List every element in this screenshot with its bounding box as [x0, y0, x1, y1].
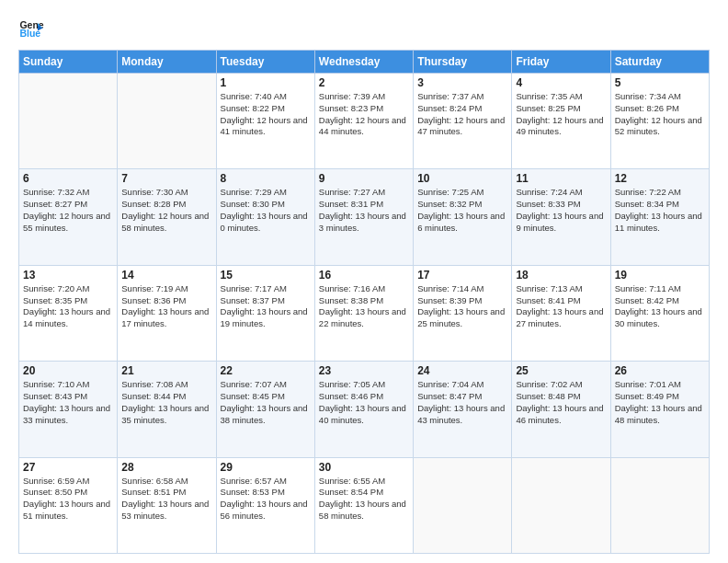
calendar-cell: 13Sunrise: 7:20 AMSunset: 8:35 PMDayligh… [19, 265, 118, 361]
calendar-cell: 5Sunrise: 7:34 AMSunset: 8:26 PMDaylight… [610, 74, 709, 169]
calendar-cell: 21Sunrise: 7:08 AMSunset: 8:44 PMDayligh… [118, 362, 216, 457]
day-number: 23 [319, 364, 409, 377]
calendar-day-header: Friday [512, 51, 610, 74]
calendar-week-row: 13Sunrise: 7:20 AMSunset: 8:35 PMDayligh… [19, 265, 710, 361]
day-info: Sunrise: 7:35 AMSunset: 8:25 PMDaylight:… [516, 91, 606, 138]
calendar-cell: 1Sunrise: 7:40 AMSunset: 8:22 PMDaylight… [216, 74, 314, 169]
day-number: 14 [121, 269, 211, 282]
calendar-cell: 8Sunrise: 7:29 AMSunset: 8:30 PMDaylight… [216, 169, 314, 265]
day-info: Sunrise: 6:58 AMSunset: 8:51 PMDaylight:… [121, 476, 211, 523]
day-number: 21 [121, 364, 211, 377]
day-info: Sunrise: 7:37 AMSunset: 8:24 PMDaylight:… [417, 91, 507, 138]
calendar-day-header: Monday [118, 51, 216, 74]
day-number: 19 [615, 269, 705, 282]
day-info: Sunrise: 7:01 AMSunset: 8:49 PMDaylight:… [615, 379, 705, 426]
day-number: 3 [417, 76, 507, 89]
day-number: 1 [221, 76, 311, 89]
calendar-header-row: SundayMondayTuesdayWednesdayThursdayFrid… [19, 51, 710, 74]
day-number: 22 [221, 364, 311, 377]
calendar-cell: 17Sunrise: 7:14 AMSunset: 8:39 PMDayligh… [414, 265, 512, 361]
day-info: Sunrise: 7:32 AMSunset: 8:27 PMDaylight:… [23, 187, 113, 234]
day-info: Sunrise: 7:20 AMSunset: 8:35 PMDaylight:… [23, 283, 113, 330]
calendar-week-row: 20Sunrise: 7:10 AMSunset: 8:43 PMDayligh… [19, 362, 710, 457]
day-info: Sunrise: 6:55 AMSunset: 8:54 PMDaylight:… [319, 476, 409, 523]
calendar-cell [118, 74, 216, 169]
logo-icon: General Blue [18, 17, 44, 42]
day-number: 7 [121, 172, 211, 185]
calendar-cell: 4Sunrise: 7:35 AMSunset: 8:25 PMDaylight… [512, 74, 610, 169]
day-number: 6 [23, 172, 113, 185]
day-info: Sunrise: 6:59 AMSunset: 8:50 PMDaylight:… [23, 476, 113, 523]
day-info: Sunrise: 7:11 AMSunset: 8:42 PMDaylight:… [615, 283, 705, 330]
day-info: Sunrise: 7:04 AMSunset: 8:47 PMDaylight:… [417, 379, 507, 426]
day-number: 24 [417, 364, 507, 377]
calendar-cell: 19Sunrise: 7:11 AMSunset: 8:42 PMDayligh… [610, 265, 709, 361]
calendar-cell [512, 457, 610, 553]
day-number: 18 [516, 269, 606, 282]
day-number: 28 [121, 461, 211, 474]
calendar-table: SundayMondayTuesdayWednesdayThursdayFrid… [18, 50, 710, 554]
day-number: 4 [516, 76, 606, 89]
day-number: 20 [23, 364, 113, 377]
calendar-cell: 2Sunrise: 7:39 AMSunset: 8:23 PMDaylight… [314, 74, 413, 169]
day-number: 11 [516, 172, 606, 185]
day-number: 2 [319, 76, 409, 89]
calendar-day-header: Thursday [414, 51, 512, 74]
day-info: Sunrise: 7:08 AMSunset: 8:44 PMDaylight:… [121, 379, 211, 426]
calendar-cell: 18Sunrise: 7:13 AMSunset: 8:41 PMDayligh… [512, 265, 610, 361]
day-info: Sunrise: 7:16 AMSunset: 8:38 PMDaylight:… [319, 283, 409, 330]
day-number: 16 [319, 269, 409, 282]
calendar-cell: 7Sunrise: 7:30 AMSunset: 8:28 PMDaylight… [118, 169, 216, 265]
day-number: 25 [516, 364, 606, 377]
day-info: Sunrise: 7:17 AMSunset: 8:37 PMDaylight:… [221, 283, 311, 330]
calendar-cell: 20Sunrise: 7:10 AMSunset: 8:43 PMDayligh… [19, 362, 118, 457]
day-info: Sunrise: 7:34 AMSunset: 8:26 PMDaylight:… [615, 91, 705, 138]
calendar-cell: 28Sunrise: 6:58 AMSunset: 8:51 PMDayligh… [118, 457, 216, 553]
day-number: 29 [221, 461, 311, 474]
day-info: Sunrise: 7:10 AMSunset: 8:43 PMDaylight:… [23, 379, 113, 426]
calendar-week-row: 6Sunrise: 7:32 AMSunset: 8:27 PMDaylight… [19, 169, 710, 265]
day-number: 5 [615, 76, 705, 89]
day-number: 30 [319, 461, 409, 474]
day-number: 9 [319, 172, 409, 185]
day-info: Sunrise: 7:22 AMSunset: 8:34 PMDaylight:… [615, 187, 705, 234]
svg-text:Blue: Blue [19, 28, 40, 39]
calendar-cell [610, 457, 709, 553]
day-info: Sunrise: 7:24 AMSunset: 8:33 PMDaylight:… [516, 187, 606, 234]
calendar-cell: 10Sunrise: 7:25 AMSunset: 8:32 PMDayligh… [414, 169, 512, 265]
day-info: Sunrise: 7:30 AMSunset: 8:28 PMDaylight:… [121, 187, 211, 234]
calendar-cell [414, 457, 512, 553]
calendar-cell: 14Sunrise: 7:19 AMSunset: 8:36 PMDayligh… [118, 265, 216, 361]
calendar-cell: 15Sunrise: 7:17 AMSunset: 8:37 PMDayligh… [216, 265, 314, 361]
calendar-day-header: Saturday [610, 51, 709, 74]
calendar-cell: 30Sunrise: 6:55 AMSunset: 8:54 PMDayligh… [314, 457, 413, 553]
day-number: 10 [417, 172, 507, 185]
calendar-cell [19, 74, 118, 169]
logo: General Blue [18, 17, 48, 42]
day-info: Sunrise: 7:02 AMSunset: 8:48 PMDaylight:… [516, 379, 606, 426]
calendar-cell: 22Sunrise: 7:07 AMSunset: 8:45 PMDayligh… [216, 362, 314, 457]
calendar-cell: 6Sunrise: 7:32 AMSunset: 8:27 PMDaylight… [19, 169, 118, 265]
day-info: Sunrise: 7:27 AMSunset: 8:31 PMDaylight:… [319, 187, 409, 234]
calendar-cell: 12Sunrise: 7:22 AMSunset: 8:34 PMDayligh… [610, 169, 709, 265]
calendar-cell: 23Sunrise: 7:05 AMSunset: 8:46 PMDayligh… [314, 362, 413, 457]
calendar-day-header: Sunday [19, 51, 118, 74]
day-number: 27 [23, 461, 113, 474]
day-info: Sunrise: 7:05 AMSunset: 8:46 PMDaylight:… [319, 379, 409, 426]
day-number: 13 [23, 269, 113, 282]
header: General Blue [18, 17, 710, 42]
day-number: 8 [221, 172, 311, 185]
day-info: Sunrise: 7:13 AMSunset: 8:41 PMDaylight:… [516, 283, 606, 330]
calendar-cell: 16Sunrise: 7:16 AMSunset: 8:38 PMDayligh… [314, 265, 413, 361]
day-info: Sunrise: 7:14 AMSunset: 8:39 PMDaylight:… [417, 283, 507, 330]
day-info: Sunrise: 7:19 AMSunset: 8:36 PMDaylight:… [121, 283, 211, 330]
day-info: Sunrise: 7:29 AMSunset: 8:30 PMDaylight:… [221, 187, 311, 234]
calendar-cell: 24Sunrise: 7:04 AMSunset: 8:47 PMDayligh… [414, 362, 512, 457]
calendar-week-row: 1Sunrise: 7:40 AMSunset: 8:22 PMDaylight… [19, 74, 710, 169]
day-info: Sunrise: 6:57 AMSunset: 8:53 PMDaylight:… [221, 476, 311, 523]
calendar-cell: 9Sunrise: 7:27 AMSunset: 8:31 PMDaylight… [314, 169, 413, 265]
calendar-cell: 25Sunrise: 7:02 AMSunset: 8:48 PMDayligh… [512, 362, 610, 457]
calendar-day-header: Wednesday [314, 51, 413, 74]
day-number: 12 [615, 172, 705, 185]
calendar-day-header: Tuesday [216, 51, 314, 74]
